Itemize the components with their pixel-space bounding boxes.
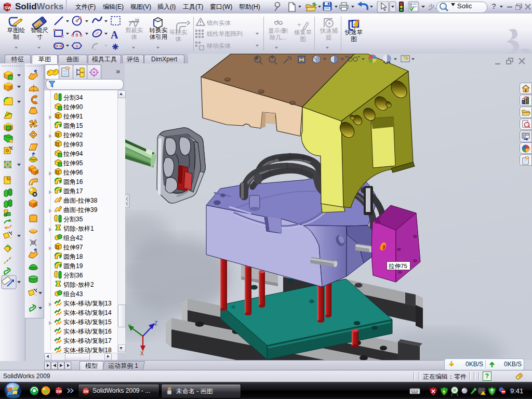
svg-text:拉伸75: 拉伸75 (388, 263, 407, 269)
svg-text:SW: SW (56, 390, 62, 393)
svg-text:+: + (94, 47, 96, 52)
svg-text:!: ! (484, 391, 485, 395)
svg-text:X: X (140, 351, 144, 356)
svg-text:SW: SW (83, 390, 89, 393)
svg-text:A: A (111, 29, 118, 41)
svg-text:+: + (297, 21, 301, 29)
svg-text:SW: SW (4, 5, 12, 10)
svg-text:Y: Y (128, 324, 131, 329)
svg-text:Z: Z (154, 321, 157, 326)
